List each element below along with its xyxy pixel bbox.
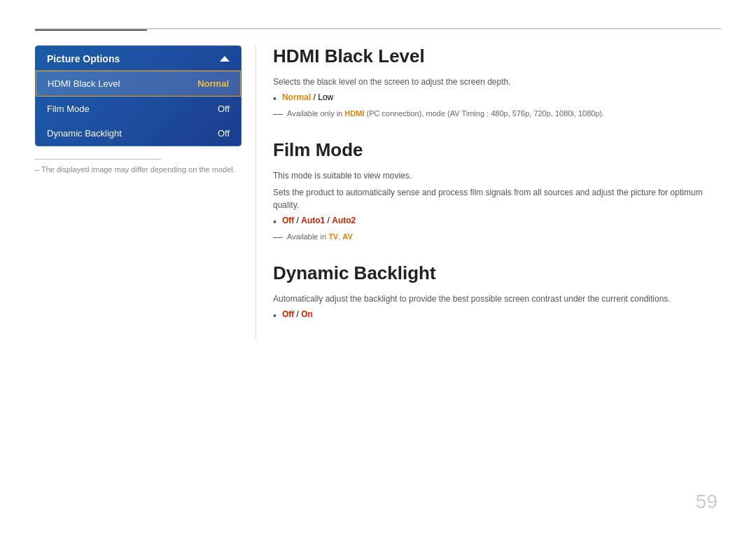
hdmi-black-level-desc: Selects the black level on the screen to… (273, 76, 721, 88)
film-mode-desc1: This mode is suitable to view movies. (273, 169, 721, 182)
menu-item-hdmi-black-level[interactable]: HDMI Black Level Normal (36, 71, 241, 97)
dynamic-backlight-label: Dynamic Backlight (47, 128, 122, 139)
film-mode-label: Film Mode (47, 104, 90, 114)
menu-item-dynamic-backlight[interactable]: Dynamic Backlight Off (36, 121, 241, 146)
image-note: – The displayed image may differ dependi… (35, 165, 241, 174)
tv-highlight: TV (328, 232, 338, 241)
off-highlight-1: Off (282, 216, 294, 225)
menu-item-film-mode[interactable]: Film Mode Off (36, 97, 241, 121)
left-panel: Picture Options HDMI Black Level Normal … (35, 45, 241, 174)
auto2-highlight: Auto2 (332, 216, 356, 225)
film-mode-section: Film Mode This mode is suitable to view … (273, 139, 721, 243)
bullet-dot-2: • (273, 216, 276, 228)
dynamic-bullet-text: Off / On (282, 309, 313, 319)
top-bar (35, 28, 721, 29)
hdmi-note: — Available only in HDMI (PC connection)… (273, 108, 721, 120)
normal-highlight: Normal (282, 92, 311, 102)
auto1-highlight: Auto1 (301, 216, 325, 225)
film-mode-bullet: • Off / Auto1 / Auto2 (273, 216, 721, 228)
menu-title: Picture Options (47, 53, 120, 64)
hdmi-black-level-title: HDMI Black Level (273, 45, 721, 67)
page-number: 59 (696, 491, 718, 513)
right-panel: HDMI Black Level Selects the black level… (273, 45, 721, 342)
hdmi-black-level-section: HDMI Black Level Selects the black level… (273, 45, 721, 120)
picture-options-menu: Picture Options HDMI Black Level Normal … (35, 45, 241, 146)
note-dash-1: — (273, 108, 283, 120)
off-highlight-2: Off (282, 309, 294, 319)
note-dash-2: — (273, 231, 283, 243)
dynamic-backlight-section: Dynamic Backlight Automatically adjust t… (273, 262, 721, 322)
bullet-dot-3: • (273, 309, 276, 322)
bullet-dot-1: • (273, 92, 276, 105)
dynamic-backlight-value: Off (218, 128, 230, 139)
film-note-text: Available in TV, AV (287, 231, 353, 243)
av-highlight: AV (342, 232, 352, 241)
hdmi-highlight: HDMI (344, 109, 364, 118)
hdmi-black-level-label: HDMI Black Level (48, 78, 120, 89)
on-highlight: On (301, 309, 313, 319)
chevron-up-icon (220, 56, 230, 62)
film-mode-value: Off (218, 104, 230, 114)
hdmi-bullet-text: Normal / Low (282, 92, 333, 102)
film-bullet-text: Off / Auto1 / Auto2 (282, 216, 356, 225)
film-mode-desc2: Sets the product to automatically sense … (273, 186, 721, 211)
dynamic-backlight-desc: Automatically adjust the backlight to pr… (273, 293, 721, 305)
hdmi-black-level-value: Normal (197, 78, 229, 89)
menu-divider (35, 159, 161, 160)
divider-line (255, 45, 256, 339)
dynamic-backlight-bullet: • Off / On (273, 309, 721, 322)
menu-header: Picture Options (36, 46, 241, 71)
film-mode-title: Film Mode (273, 139, 721, 161)
slash-1: / Low (314, 92, 334, 102)
dynamic-backlight-title: Dynamic Backlight (273, 262, 721, 284)
hdmi-note-text: Available only in HDMI (PC connection), … (287, 108, 604, 120)
hdmi-black-level-bullet: • Normal / Low (273, 92, 721, 105)
film-mode-note: — Available in TV, AV (273, 231, 721, 243)
